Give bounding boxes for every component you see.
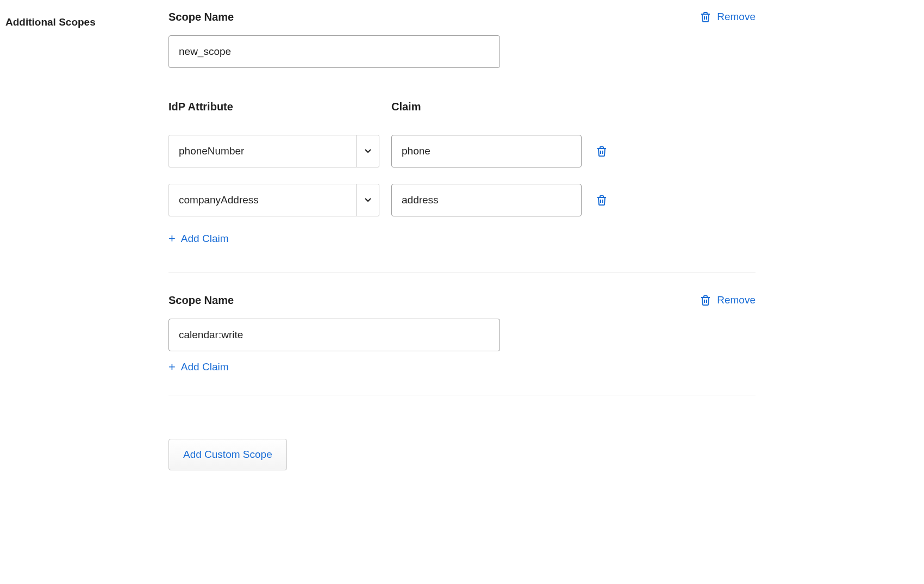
trash-icon [701, 295, 710, 306]
section-title: Additional Scopes [5, 16, 168, 28]
remove-label: Remove [717, 294, 756, 306]
chevron-down-icon [356, 135, 379, 167]
scope-name-input[interactable] [168, 319, 500, 351]
scope-name-label: Scope Name [168, 294, 500, 307]
idp-attribute-value: phoneNumber [169, 135, 356, 167]
add-custom-scope-button[interactable]: Add Custom Scope [168, 439, 287, 470]
claim-row: companyAddress [168, 184, 756, 216]
idp-attribute-select[interactable]: phoneNumber [168, 135, 379, 167]
claim-row: phoneNumber [168, 135, 756, 167]
scope-name-input[interactable] [168, 35, 500, 68]
idp-attribute-select[interactable]: companyAddress [168, 184, 379, 216]
idp-attribute-label: IdP Attribute [168, 101, 391, 113]
add-claim-button[interactable]: + Add Claim [168, 233, 756, 245]
trash-icon [597, 146, 607, 157]
remove-scope-button[interactable]: Remove [701, 11, 756, 23]
claim-label: Claim [391, 101, 421, 113]
scope-block: Scope Name Remove + Add Claim [168, 294, 756, 395]
remove-label: Remove [717, 11, 756, 23]
chevron-down-icon [356, 184, 379, 216]
claim-input[interactable] [391, 184, 582, 216]
add-claim-label: Add Claim [181, 361, 229, 373]
claim-input[interactable] [391, 135, 582, 167]
idp-attribute-value: companyAddress [169, 184, 356, 216]
plus-icon: + [168, 361, 176, 373]
plus-icon: + [168, 233, 176, 245]
delete-claim-button[interactable] [597, 195, 607, 206]
scope-name-label: Scope Name [168, 11, 500, 23]
delete-claim-button[interactable] [597, 146, 607, 157]
scope-block: Scope Name Remove IdP Attribute Claim [168, 11, 756, 272]
remove-scope-button[interactable]: Remove [701, 294, 756, 306]
add-claim-button[interactable]: + Add Claim [168, 361, 756, 373]
trash-icon [597, 195, 607, 206]
trash-icon [701, 11, 710, 22]
add-claim-label: Add Claim [181, 233, 229, 245]
